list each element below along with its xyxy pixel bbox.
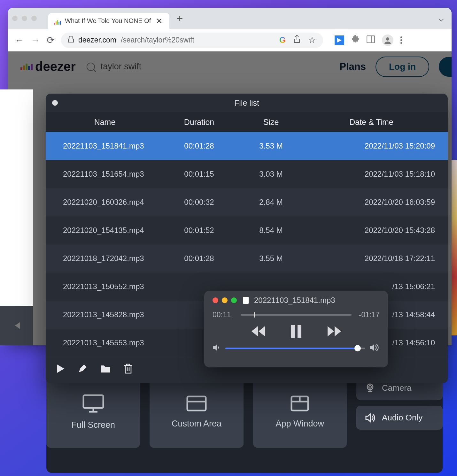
window-close-button[interactable] bbox=[12, 16, 18, 21]
svg-point-11 bbox=[367, 384, 373, 390]
cell-datetime: 2022/10/20 16:03:59 bbox=[308, 198, 448, 207]
cell-size: 8.54 M bbox=[234, 226, 308, 235]
pause-button[interactable] bbox=[290, 324, 303, 338]
window-minimize-button[interactable] bbox=[22, 16, 27, 21]
url-domain: deezer.com bbox=[78, 36, 116, 44]
table-row[interactable]: 20221020_160326.mp400:00:322.84 M2022/10… bbox=[46, 188, 448, 216]
audio-only-button[interactable]: Audio Only bbox=[356, 406, 443, 430]
speaker-icon bbox=[365, 412, 376, 423]
cell-size: 3.55 M bbox=[234, 254, 308, 263]
player-titlebar[interactable]: 20221103_151841.mp3 bbox=[213, 296, 380, 305]
close-button[interactable] bbox=[52, 100, 58, 106]
table-row[interactable]: 20221103_151654.mp300:01:153.03 M2022/11… bbox=[46, 160, 448, 188]
time-remaining: -01:17 bbox=[357, 311, 380, 319]
reload-button[interactable]: ⟳ bbox=[47, 35, 55, 46]
share-icon[interactable] bbox=[293, 35, 300, 45]
cell-name: 20221020_160326.mp4 bbox=[46, 198, 164, 207]
side-label: Camera bbox=[382, 383, 411, 393]
deezer-playerbar-fragment bbox=[0, 306, 33, 345]
progress-row: 00:11 -01:17 bbox=[213, 311, 380, 319]
bookmark-star-icon[interactable]: ☆ bbox=[308, 35, 316, 45]
new-tab-button[interactable]: + bbox=[176, 12, 183, 25]
col-duration[interactable]: Duration bbox=[164, 118, 234, 127]
svg-rect-13 bbox=[291, 325, 295, 338]
cell-duration: 00:01:52 bbox=[164, 226, 234, 235]
volume-high-icon[interactable] bbox=[369, 343, 380, 353]
browser-menu-button[interactable] bbox=[400, 36, 402, 44]
player-file-name: 20221103_151841.mp3 bbox=[254, 296, 335, 305]
window-maximize-button[interactable] bbox=[31, 16, 37, 21]
cell-name: 20221103_151841.mp3 bbox=[46, 142, 164, 150]
previous-track-icon[interactable] bbox=[12, 321, 21, 330]
browser-tab-strip: What If We Told You NONE Of ✕ + ⌵ bbox=[8, 8, 452, 29]
player-close-button[interactable] bbox=[213, 297, 218, 303]
window-controls bbox=[12, 16, 37, 21]
extension-icon[interactable] bbox=[335, 35, 344, 45]
cell-duration: 00:00:32 bbox=[164, 198, 234, 207]
cell-name: 20221013_145553.mp3 bbox=[46, 338, 164, 347]
mode-label: Full Screen bbox=[71, 420, 115, 430]
cell-datetime: 2022/11/03 15:20:09 bbox=[308, 142, 448, 150]
rewind-button[interactable] bbox=[250, 326, 266, 337]
cell-size: 3.53 M bbox=[234, 142, 308, 150]
play-button[interactable] bbox=[57, 364, 65, 375]
cell-duration: 00:01:28 bbox=[164, 254, 234, 263]
open-folder-button[interactable] bbox=[100, 364, 111, 374]
seek-thumb[interactable] bbox=[254, 312, 255, 318]
camera-icon bbox=[365, 383, 376, 394]
monitor-icon bbox=[82, 394, 105, 413]
tab-overflow-button[interactable]: ⌵ bbox=[438, 13, 447, 24]
playback-controls bbox=[213, 324, 380, 338]
extensions-puzzle-icon[interactable] bbox=[351, 35, 360, 45]
col-datetime[interactable]: Date & Time bbox=[308, 118, 448, 127]
tab-title: What If We Told You NONE Of bbox=[65, 17, 151, 25]
volume-low-icon[interactable] bbox=[213, 344, 221, 353]
file-icon bbox=[243, 297, 249, 304]
delete-button[interactable] bbox=[124, 364, 133, 375]
cell-name: 20221013_145828.mp3 bbox=[46, 310, 164, 319]
custom-area-mode[interactable]: Custom Area bbox=[150, 376, 243, 448]
cell-datetime: 2022/10/20 15:43:28 bbox=[308, 226, 448, 235]
back-button[interactable]: ← bbox=[15, 35, 24, 46]
volume-row bbox=[213, 343, 380, 353]
full-screen-mode[interactable]: Full Screen bbox=[46, 376, 140, 448]
mode-label: Custom Area bbox=[172, 419, 221, 429]
svg-point-12 bbox=[369, 386, 371, 388]
svg-rect-3 bbox=[83, 395, 103, 408]
col-name[interactable]: Name bbox=[46, 118, 164, 127]
google-icon[interactable]: G bbox=[279, 35, 286, 45]
table-row[interactable]: 20221020_154135.mp400:01:528.54 M2022/10… bbox=[46, 216, 448, 244]
mode-label: App Window bbox=[276, 419, 324, 429]
address-bar[interactable]: deezer.com/search/taylor%20swift G ☆ bbox=[61, 33, 323, 48]
side-panel-icon[interactable] bbox=[367, 35, 375, 45]
file-list-titlebar[interactable]: File list bbox=[46, 94, 448, 112]
cell-datetime: 2022/11/03 15:18:10 bbox=[308, 170, 448, 179]
profile-avatar[interactable] bbox=[382, 35, 393, 46]
player-maximize-button[interactable] bbox=[231, 297, 237, 303]
cell-name: 20221103_151654.mp3 bbox=[46, 170, 164, 179]
svg-rect-14 bbox=[298, 325, 301, 338]
audio-player-window[interactable]: 20221103_151841.mp3 00:11 -01:17 bbox=[204, 291, 388, 367]
cell-name: 20221020_154135.mp4 bbox=[46, 226, 164, 235]
close-tab-icon[interactable]: ✕ bbox=[155, 17, 164, 26]
fast-forward-button[interactable] bbox=[326, 326, 342, 337]
edit-button[interactable] bbox=[78, 364, 87, 375]
cell-datetime: /13 15:06:21 bbox=[308, 282, 448, 291]
volume-slider[interactable] bbox=[225, 348, 365, 349]
table-row[interactable]: 20221018_172042.mp300:01:283.55 M2022/10… bbox=[46, 244, 448, 273]
table-row[interactable]: 20221103_151841.mp300:01:283.53 M2022/11… bbox=[46, 132, 448, 160]
volume-thumb[interactable] bbox=[354, 345, 361, 351]
svg-point-2 bbox=[386, 37, 389, 41]
app-window-mode[interactable]: App Window bbox=[253, 376, 347, 448]
player-minimize-button[interactable] bbox=[222, 297, 228, 303]
time-elapsed: 00:11 bbox=[213, 311, 235, 319]
seek-slider[interactable] bbox=[241, 314, 352, 316]
area-icon bbox=[186, 395, 207, 412]
url-path: /search/taylor%20swift bbox=[121, 36, 194, 44]
cell-name: 20221018_172042.mp3 bbox=[46, 254, 164, 263]
col-size[interactable]: Size bbox=[234, 118, 308, 127]
recorder-app: Full Screen Custom Area App Window Camer… bbox=[46, 376, 443, 448]
window-icon bbox=[290, 395, 309, 412]
browser-tab[interactable]: What If We Told You NONE Of ✕ bbox=[48, 13, 169, 29]
forward-button[interactable]: → bbox=[31, 35, 40, 46]
